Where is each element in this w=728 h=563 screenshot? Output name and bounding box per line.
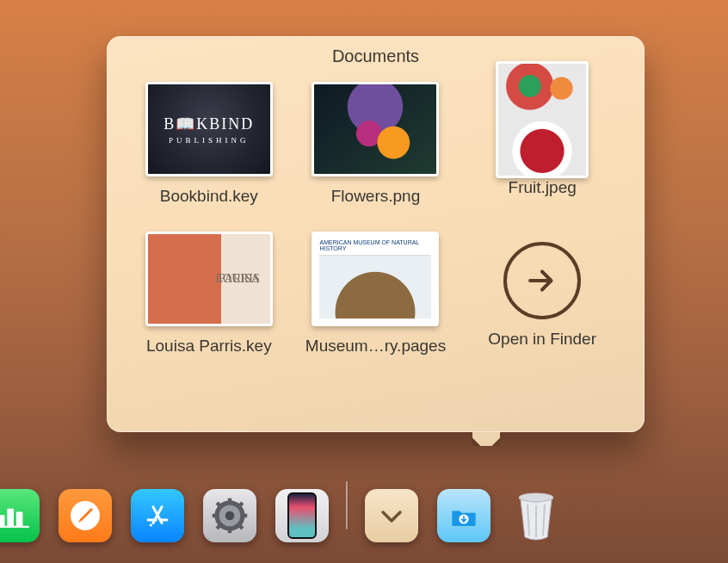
dock-stack-popover: Documents B📖KBIND PUBLISHING Bookbind.ke… xyxy=(107,36,645,432)
svg-rect-2 xyxy=(16,511,23,526)
stack-item-museum-history[interactable]: AMERICAN MUSEUM OF NATURAL HISTORY Museu… xyxy=(293,232,460,356)
chevron-down-icon xyxy=(378,502,405,529)
dock-stack-documents[interactable] xyxy=(365,489,418,542)
open-in-finder-icon xyxy=(503,242,581,319)
open-in-finder-label: Open in Finder xyxy=(488,330,596,349)
svg-line-13 xyxy=(217,503,220,506)
thumbnail-louisa: LOUISA PARRIS xyxy=(145,232,273,326)
svg-line-15 xyxy=(217,525,220,529)
svg-rect-1 xyxy=(7,508,14,526)
thumbnail-fruit xyxy=(496,61,589,178)
bookbind-text: B📖KBIND xyxy=(163,115,254,133)
popover-caret xyxy=(472,432,500,446)
dock-app-iphone-mirroring[interactable] xyxy=(275,489,329,542)
open-in-finder-button[interactable]: Open in Finder xyxy=(459,232,626,356)
stack-item-label: Fruit.jpeg xyxy=(509,178,577,197)
dock-stack-downloads[interactable] xyxy=(437,489,490,542)
stack-item-bookbind[interactable]: B📖KBIND PUBLISHING Bookbind.key xyxy=(126,82,293,206)
svg-rect-3 xyxy=(0,525,29,528)
dock xyxy=(0,477,728,548)
svg-point-8 xyxy=(225,511,235,521)
stack-item-flowers[interactable]: Flowers.png xyxy=(293,82,460,206)
stack-grid: B📖KBIND PUBLISHING Bookbind.key Flowers.… xyxy=(107,73,645,356)
dock-trash[interactable] xyxy=(509,489,563,542)
stack-item-louisa-parris[interactable]: LOUISA PARRIS Louisa Parris.key xyxy=(126,232,293,356)
dock-app-numbers[interactable] xyxy=(0,489,40,542)
thumbnail-flowers xyxy=(312,82,439,176)
louisa-text-2: PARRIS xyxy=(219,273,260,285)
dock-app-appstore[interactable] xyxy=(131,489,184,542)
stack-item-label: Louisa Parris.key xyxy=(146,337,272,356)
appstore-icon xyxy=(143,501,172,530)
stack-item-label: Museum…ry.pages xyxy=(305,337,446,356)
svg-line-16 xyxy=(239,503,243,506)
svg-point-5 xyxy=(150,524,152,527)
dock-separator xyxy=(346,481,348,529)
dock-app-settings[interactable] xyxy=(203,489,256,542)
numbers-icon xyxy=(0,504,29,529)
thumbnail-bookbind: B📖KBIND PUBLISHING xyxy=(145,82,273,176)
iphone-icon xyxy=(287,492,317,539)
stack-item-label: Bookbind.key xyxy=(160,187,258,206)
dock-app-pages[interactable] xyxy=(59,489,112,542)
downloads-icon xyxy=(450,502,478,529)
bookbind-subtext: PUBLISHING xyxy=(163,136,254,145)
svg-rect-0 xyxy=(0,515,5,526)
svg-line-14 xyxy=(239,525,243,529)
settings-icon xyxy=(211,497,249,535)
pages-icon xyxy=(68,498,102,533)
thumbnail-museum: AMERICAN MUSEUM OF NATURAL HISTORY xyxy=(312,232,439,326)
museum-header-text: AMERICAN MUSEUM OF NATURAL HISTORY xyxy=(319,239,431,251)
trash-icon xyxy=(513,489,559,542)
stack-item-label: Flowers.png xyxy=(331,187,421,206)
museum-image xyxy=(319,255,431,319)
stack-item-fruit[interactable]: Fruit.jpeg xyxy=(459,82,626,206)
